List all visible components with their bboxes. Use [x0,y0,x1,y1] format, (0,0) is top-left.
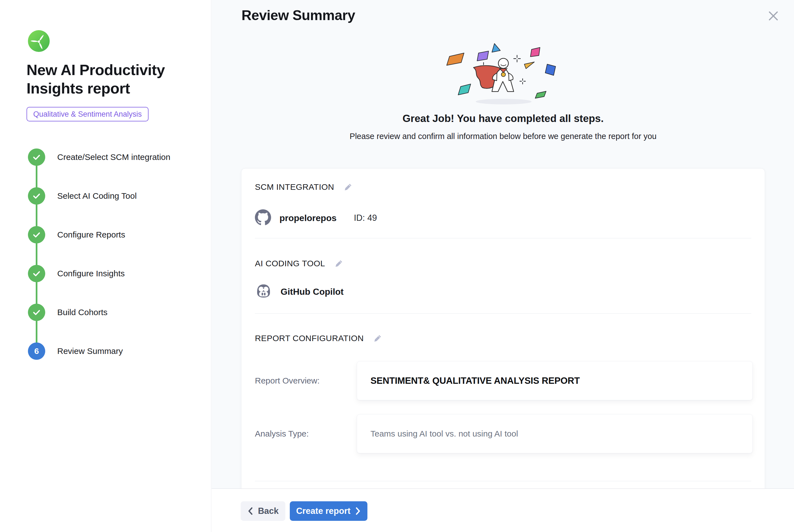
step-item-review-summary[interactable]: 6 Review Summary [28,342,195,360]
analysis-type-text: Teams using AI tool vs. not using AI too… [371,429,518,438]
celebration-hero-illustration [439,39,567,109]
chevron-right-icon [355,507,361,515]
analysis-type-value: Teams using AI tool vs. not using AI too… [357,414,753,453]
step-item-configure-reports[interactable]: Configure Reports [28,226,195,243]
step-number-badge: 6 [28,342,45,360]
step-label: Configure Reports [57,230,125,240]
ai-coding-tool-label: AI CODING TOOL [255,259,325,268]
step-label: Build Cohorts [57,308,108,317]
check-icon [28,304,45,321]
ai-coding-tool-section-header: AI CODING TOOL [255,259,344,268]
wizard-title: New AI Productivity Insights report [26,61,183,98]
ai-coding-tool-row: GitHub Copilot [255,281,344,302]
completion-subheading: Please review and confirm all informatio… [241,132,765,141]
report-overview-value: SENTIMENT& QUALITATIVE ANALYSIS REPORT [357,361,753,400]
report-overview-text: SENTIMENT& QUALITATIVE ANALYSIS REPORT [371,375,580,386]
page-title: Review Summary [242,7,355,23]
step-label: Review Summary [57,346,123,356]
report-overview-label: Report Overview: [255,361,320,400]
create-report-button[interactable]: Create report [290,501,367,521]
report-type-badge: Qualitative & Sentiment Analysis [26,107,149,121]
close-icon[interactable] [767,10,780,23]
step-label: Configure Insights [57,269,125,278]
step-list: Create/Select SCM integration Select AI … [28,149,195,360]
completion-heading: Great Job! You have completed all steps. [241,113,765,125]
report-configuration-section-header: REPORT CONFIGURATION [255,333,383,343]
scm-integration-name: propelorepos [280,213,336,223]
section-divider [255,314,751,314]
edit-ai-tool-button[interactable] [334,259,344,268]
github-icon [255,209,271,227]
scm-integration-id: ID: 49 [354,213,377,223]
section-divider [255,238,751,239]
step-number: 6 [34,346,39,356]
scm-integration-label: SCM INTEGRATION [255,182,334,192]
section-divider [255,481,751,481]
wizard-window: New AI Productivity Insights report Qual… [0,0,794,532]
check-icon [28,149,45,166]
completion-hero: Great Job! You have completed all steps.… [241,39,765,141]
step-item-build-cohorts[interactable]: Build Cohorts [28,304,195,321]
create-report-button-label: Create report [296,506,351,516]
review-summary-panel: Review Summary [212,0,794,532]
chevron-left-icon [247,507,253,515]
propeller-icon [28,30,50,52]
sidebar: New AI Productivity Insights report Qual… [0,0,211,532]
step-item-configure-insights[interactable]: Configure Insights [28,265,195,282]
step-item-ai-coding-tool[interactable]: Select AI Coding Tool [28,187,195,205]
step-item-scm-integration[interactable]: Create/Select SCM integration [28,149,195,166]
scm-integration-section-header: SCM INTEGRATION [255,182,353,192]
check-icon [28,265,45,282]
check-icon [28,226,45,243]
edit-scm-button[interactable] [343,182,353,192]
edit-report-config-button[interactable] [373,333,383,343]
copilot-icon [255,283,272,300]
report-configuration-label: REPORT CONFIGURATION [255,334,364,343]
analysis-type-label: Analysis Type: [255,414,309,453]
step-connector-line [36,157,37,351]
back-button-label: Back [258,506,279,516]
summary-card: SCM INTEGRATION propelorepos ID: 49 AI C… [241,168,765,500]
back-button[interactable]: Back [241,501,285,521]
scm-integration-row: propelorepos ID: 49 [255,208,377,228]
check-icon [28,187,45,205]
wizard-footer: Back Create report [212,489,794,532]
step-label: Select AI Coding Tool [57,191,137,201]
ai-coding-tool-name: GitHub Copilot [281,287,344,297]
step-label: Create/Select SCM integration [57,152,170,162]
